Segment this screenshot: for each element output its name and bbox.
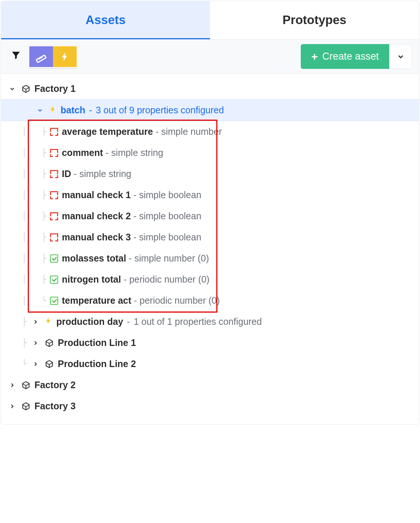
tree-node-label: Production Line 1 bbox=[58, 337, 136, 348]
asset-panel: Assets Prototypes + Create asset bbox=[1, 1, 419, 424]
svg-rect-0 bbox=[36, 55, 46, 62]
tree-node-batch[interactable]: batch - 3 out of 9 properties configured bbox=[1, 99, 419, 121]
asset-tree: Factory 1 batch - 3 out of 9 properties … bbox=[1, 74, 419, 424]
batch-properties: │ ├average temperature - simple number │… bbox=[1, 121, 419, 311]
property-name: manual check 2 bbox=[62, 211, 131, 221]
chevron-down-icon[interactable] bbox=[35, 107, 45, 114]
separator: - bbox=[153, 126, 161, 137]
property-type: simple number (0) bbox=[134, 253, 209, 263]
property-row[interactable]: │ ├manual check 3 - simple boolean bbox=[1, 227, 419, 248]
property-name: comment bbox=[62, 147, 103, 158]
separator: - bbox=[126, 253, 134, 263]
property-name: temperature act bbox=[62, 295, 131, 306]
chevron-right-icon[interactable] bbox=[7, 403, 17, 410]
unconfigured-icon bbox=[50, 233, 58, 241]
property-name: manual check 3 bbox=[62, 232, 131, 242]
configured-icon bbox=[50, 276, 58, 284]
separator: - bbox=[131, 190, 139, 200]
property-row[interactable]: │ ├molasses total - simple number (0) bbox=[1, 248, 419, 269]
property-name: molasses total bbox=[62, 253, 126, 263]
tree-node-production-day[interactable]: ├ production day - 1 out of 1 properties… bbox=[1, 311, 419, 332]
svg-line-2 bbox=[40, 57, 41, 59]
property-row[interactable]: │ └temperature act - periodic number (0) bbox=[1, 290, 419, 311]
property-row[interactable]: │ ├average temperature - simple number bbox=[1, 121, 419, 142]
bolt-icon bbox=[44, 317, 53, 327]
create-asset-dropdown[interactable] bbox=[389, 44, 412, 69]
property-name: nitrogen total bbox=[62, 274, 121, 284]
cube-icon bbox=[44, 338, 54, 348]
configured-icon bbox=[50, 254, 58, 263]
tree-node-label: production day bbox=[56, 316, 123, 327]
property-row[interactable]: │ ├comment - simple string bbox=[1, 142, 419, 163]
svg-line-1 bbox=[39, 58, 40, 59]
property-row[interactable]: │ ├manual check 2 - simple boolean bbox=[1, 206, 419, 227]
unconfigured-icon bbox=[50, 149, 58, 157]
property-type: simple number bbox=[161, 126, 222, 137]
create-asset-button[interactable]: + Create asset bbox=[301, 44, 389, 69]
create-asset-group: + Create asset bbox=[301, 44, 412, 69]
tab-prototypes[interactable]: Prototypes bbox=[210, 1, 419, 39]
toolbar: + Create asset bbox=[1, 40, 419, 74]
unconfigured-icon bbox=[50, 128, 58, 136]
tree-node-label: Factory 2 bbox=[34, 380, 76, 390]
unconfigured-icon bbox=[50, 170, 58, 178]
property-type: simple string bbox=[79, 169, 131, 179]
unconfigured-icon bbox=[50, 212, 58, 220]
cube-icon bbox=[21, 380, 31, 390]
property-name: average temperature bbox=[62, 126, 153, 137]
configured-icon bbox=[50, 297, 58, 305]
chevron-right-icon[interactable] bbox=[30, 340, 41, 346]
property-row[interactable]: │ ├ID - simple string bbox=[1, 163, 419, 184]
property-row[interactable]: │ ├manual check 1 - simple boolean bbox=[1, 184, 419, 206]
property-name: ID bbox=[62, 169, 71, 179]
property-type: simple boolean bbox=[139, 232, 201, 242]
tree-node-label: batch bbox=[61, 105, 86, 116]
cube-icon bbox=[21, 84, 31, 94]
ruler-icon[interactable] bbox=[29, 46, 53, 67]
tree-node-factory3[interactable]: Factory 3 bbox=[1, 396, 419, 417]
chevron-right-icon[interactable] bbox=[30, 319, 41, 325]
tree-node-label: Factory 1 bbox=[34, 83, 76, 94]
separator: - bbox=[131, 211, 139, 221]
tab-assets[interactable]: Assets bbox=[1, 1, 210, 39]
svg-line-3 bbox=[41, 57, 43, 58]
separator: - bbox=[131, 232, 139, 242]
cube-icon bbox=[44, 359, 54, 369]
tree-node-label: Production Line 2 bbox=[58, 359, 136, 369]
tree-node-status: 3 out of 9 properties configured bbox=[96, 105, 224, 116]
separator: - bbox=[103, 147, 111, 158]
cube-icon bbox=[21, 402, 31, 411]
view-toggle bbox=[29, 46, 77, 68]
property-type: simple boolean bbox=[139, 211, 201, 221]
separator: - bbox=[121, 274, 129, 284]
property-type: simple string bbox=[111, 147, 163, 158]
property-type: periodic number (0) bbox=[140, 295, 220, 306]
filter-icon[interactable] bbox=[8, 46, 24, 67]
tab-bar: Assets Prototypes bbox=[1, 1, 419, 40]
property-row[interactable]: │ ├nitrogen total - periodic number (0) bbox=[1, 269, 419, 290]
separator: - bbox=[131, 295, 140, 306]
property-type: simple boolean bbox=[139, 190, 201, 200]
tree-node-line2[interactable]: └ Production Line 2 bbox=[1, 353, 419, 374]
plus-icon: + bbox=[311, 51, 318, 62]
separator: - bbox=[89, 105, 92, 116]
tree-node-label: Factory 3 bbox=[34, 401, 76, 412]
tree-node-status: 1 out of 1 properties configured bbox=[134, 316, 262, 327]
separator: - bbox=[71, 169, 79, 179]
create-asset-label: Create asset bbox=[322, 51, 379, 62]
property-type: periodic number (0) bbox=[129, 274, 210, 284]
tree-node-line1[interactable]: ├ Production Line 1 bbox=[1, 332, 419, 353]
chevron-right-icon[interactable] bbox=[7, 382, 17, 389]
chevron-down-icon[interactable] bbox=[7, 86, 17, 92]
tree-node-factory2[interactable]: Factory 2 bbox=[1, 374, 419, 396]
unconfigured-icon bbox=[50, 191, 58, 199]
chevron-right-icon[interactable] bbox=[30, 361, 41, 367]
tree-node-factory1[interactable]: Factory 1 bbox=[1, 78, 419, 99]
property-name: manual check 1 bbox=[62, 190, 131, 200]
separator: - bbox=[127, 316, 130, 327]
bolt-icon bbox=[49, 105, 57, 116]
bolt-icon[interactable] bbox=[53, 46, 77, 67]
